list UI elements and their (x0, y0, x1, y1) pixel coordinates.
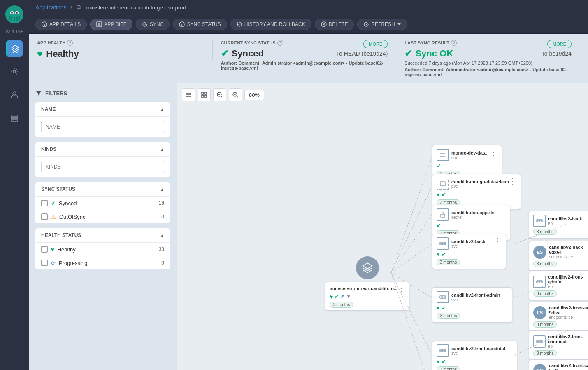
center-node-card[interactable]: ministere-interieur-candilib-fo... ⋮ ♥ ✔… (325, 282, 409, 311)
candilibv2-front-candidat-svc-health-icon: ♥ (437, 358, 440, 365)
app-details-button[interactable]: APP DETAILS (35, 19, 87, 30)
candilibv2-back-ep-name: candilibv2-back (548, 216, 582, 221)
svg-point-61 (537, 341, 538, 342)
progressing-label: Progressing (59, 260, 87, 266)
candilibv2-back-svc-sync-icon: ✔ (442, 251, 446, 258)
zoom-in-button[interactable] (213, 88, 226, 101)
candilibv2-back-6dx64-badge: 3 months (533, 261, 557, 267)
svg-point-55 (541, 220, 542, 221)
current-sync-more-button[interactable]: MORE (363, 40, 388, 48)
mongo-dev-data-menu[interactable]: ⋮ (490, 149, 497, 156)
name-filter-header[interactable]: NAME (35, 102, 170, 117)
candilib-mongo-claim-health-icon: ♥ (437, 192, 440, 198)
node-candilibv2-front-admin-svc[interactable]: candilibv2-front-admin svc ⋮ ♥ ✔ 3 month… (432, 287, 512, 323)
current-sync-help-icon[interactable]: ? (277, 40, 283, 46)
last-sync-more-button[interactable]: MORE (547, 40, 572, 48)
svg-point-47 (444, 350, 445, 351)
zoom-out-button[interactable] (229, 88, 242, 101)
center-node-expand-icon[interactable]: ▼ (346, 294, 351, 300)
kinds-filter-chevron (160, 146, 164, 152)
node-candilibv2-front-admin-9dfwt[interactable]: ES candilibv2-front-admin-9dfwt endpoint… (529, 302, 588, 331)
name-filter-input[interactable] (41, 121, 164, 133)
candilibv2-front-candidat-txz9z-es-icon: ES (533, 364, 546, 370)
node-candilibv2-back-ep[interactable]: candilibv2-back ep ⋮ 3 months (529, 211, 588, 239)
sidebar-item-settings[interactable] (6, 63, 23, 80)
candilib-tls-menu[interactable]: ⋮ (498, 208, 506, 216)
sync-status-filter-header[interactable]: SYNC STATUS (35, 182, 170, 197)
health-status-filter-header[interactable]: HEALTH STATUS (35, 228, 170, 243)
graph-list-view-button[interactable] (182, 88, 195, 101)
refresh-button[interactable]: REFRESH (357, 19, 407, 30)
kinds-filter-section: KINDS (35, 142, 170, 177)
node-candilibv2-front-candidat-svc[interactable]: candilibv2-front-candidat svc ⋮ ♥ ✔ 3 mo… (432, 341, 517, 370)
sidebar-item-list[interactable] (6, 110, 23, 126)
sync-button[interactable]: SYNC (136, 19, 170, 30)
center-node-menu[interactable]: ⋮ (397, 285, 405, 292)
candilibv2-front-admin-9dfwt-es-icon: ES (533, 306, 546, 319)
app-health-help-icon[interactable]: ? (67, 40, 73, 46)
healthy-checkbox[interactable] (41, 246, 48, 253)
outofsync-label: OutOfSync (59, 214, 86, 220)
candilib-mongo-claim-menu[interactable]: ⋮ (509, 178, 516, 185)
center-node-link-icon[interactable]: ↗ (340, 294, 344, 300)
candilib-mongo-claim-sync-icon: ✔ (442, 192, 446, 198)
sidebar-logo (4, 4, 25, 25)
delete-button[interactable]: DELETE (315, 19, 354, 30)
health-filter-progressing: ⟳ Progressing 0 (35, 256, 170, 269)
node-candilib-mongo-data-claim[interactable]: candilib-mongo-data-claim pvc ⋮ ♥ ✔ 3 mo… (432, 174, 521, 209)
last-sync-meta: Author: Comment: Administrator <admin@ex… (404, 67, 572, 77)
outofsync-checkbox[interactable] (41, 213, 48, 220)
node-candilibv2-front-candidat-txz9z[interactable]: ES candilibv2-front-candidat-txz9z endpo… (529, 359, 588, 370)
kinds-filter-input[interactable] (41, 161, 164, 173)
candilibv2-back-ep-type-icon (533, 215, 546, 227)
name-filter-chevron (160, 106, 164, 112)
node-candilibv2-back-6dx64[interactable]: ES candilibv2-back-6dx64 endpointslice ⋮… (529, 241, 588, 271)
sidebar: v2.4.14+ (0, 0, 29, 370)
breadcrumb-separator: / (71, 4, 72, 11)
candilibv2-front-candidat-svc-badge: 3 months (437, 366, 460, 370)
svg-point-43 (444, 297, 445, 297)
last-sync-help-icon[interactable]: ? (451, 40, 457, 46)
candilibv2-front-candidat-svc-menu[interactable]: ⋮ (505, 344, 513, 352)
candilibv2-front-candidat-ep-type-icon (533, 335, 546, 348)
synced-checkbox[interactable] (41, 200, 48, 206)
svg-rect-7 (11, 115, 18, 116)
node-candilibv2-front-candidat-ep[interactable]: candilibv2-front-candidat ep ⋮ 3 months (529, 330, 588, 360)
candilibv2-front-candidat-svc-name: candilibv2-front-candidat (451, 346, 505, 351)
center-node: ministere-interieur-candilib-fo... ⋮ ♥ ✔… (325, 256, 409, 311)
app-health-value: ♥ Healthy (37, 48, 204, 60)
svg-point-62 (539, 341, 540, 342)
kinds-filter-header[interactable]: KINDS (35, 142, 170, 157)
graph-grid-view-button[interactable] (198, 88, 211, 101)
sync-status-button[interactable]: SYNC STATUS (173, 19, 227, 30)
candilibv2-front-candidat-svc-type: svc (451, 351, 505, 356)
healthy-status-icon: ♥ (51, 246, 54, 253)
node-candilibv2-front-admin-ep[interactable]: candilibv2-front-admin ep ⋮ 3 months (529, 271, 588, 300)
sidebar-item-layers[interactable] (6, 40, 23, 57)
breadcrumb-applications[interactable]: Applications (35, 4, 67, 11)
candilibv2-front-admin-9dfwt-type: endpointslice (549, 315, 588, 320)
center-node-name: ministere-interieur-candilib-fo... (330, 286, 397, 291)
node-candilibv2-back-svc[interactable]: candilibv2-back svc ⋮ ♥ ✔ 3 months (432, 234, 506, 269)
sidebar-item-user[interactable] (6, 87, 23, 103)
synced-count: 18 (159, 200, 164, 206)
candilibv2-front-admin-ep-type-icon (533, 276, 546, 288)
last-sync-section: LAST SYNC RESULT ? MORE ✔ Sync OK To be1… (396, 40, 580, 77)
candilibv2-front-admin-svc-menu[interactable]: ⋮ (500, 291, 508, 298)
filter-title: FILTERS (35, 90, 170, 96)
svg-point-5 (13, 70, 16, 73)
progressing-checkbox[interactable] (41, 260, 48, 266)
candilibv2-back-svc-menu[interactable]: ⋮ (494, 237, 502, 245)
sync-status-filter-section: SYNC STATUS ✔ Synced 18 ⚠ (35, 182, 170, 223)
app-health-label: APP HEALTH ? (37, 40, 204, 46)
candilibv2-back-svc-badge: 3 months (437, 259, 460, 265)
synced-label: Synced (59, 200, 77, 206)
last-sync-label: LAST SYNC RESULT ? (404, 40, 457, 46)
app-diff-button[interactable]: APP DIFF (90, 19, 132, 30)
mongo-dev-data-health-icon: ✔ (437, 163, 441, 169)
candilib-tls-type: secret (451, 215, 495, 220)
svg-line-21 (391, 157, 432, 273)
history-rollback-button[interactable]: HISTORY AND ROLLBACK (230, 19, 311, 30)
last-sync-to: To be19d24 (542, 50, 572, 57)
search-icon (76, 5, 82, 10)
